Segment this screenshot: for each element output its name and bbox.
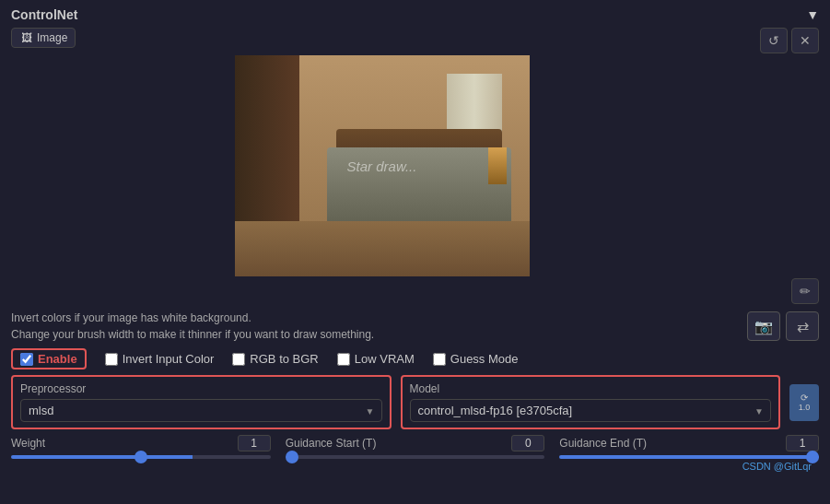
model-select[interactable]: control_mlsd-fp16 [e3705cfa] none [410,399,772,422]
image-canvas: Star draw... [235,55,530,276]
checkboxes-row: Enable Invert Input Color RGB to BGR Low… [11,348,819,369]
enable-checkbox[interactable] [20,353,33,366]
weight-header: Weight 1 [11,435,271,451]
guidance-end-slider-group: Guidance End (T) 1 [559,435,819,459]
image-tab-icon: 🖼 [21,31,32,44]
undo-button[interactable]: ↺ [760,28,788,53]
image-tab[interactable]: 🖼 Image [11,28,76,48]
enable-checkbox-wrapper[interactable]: Enable [11,348,87,369]
image-section: 🖼 Image Star draw... [11,28,819,276]
lamp-layer [488,147,507,184]
low-vram-item[interactable]: Low VRAM [337,352,415,366]
collapse-chevron-icon[interactable]: ▼ [806,7,819,22]
info-line1: Invert colors if your image has white ba… [11,310,374,326]
image-preview-wrapper: Star draw... [11,55,753,276]
model-group: Model control_mlsd-fp16 [e3705cfa] none [401,375,781,429]
low-vram-checkbox[interactable] [337,353,350,366]
rgb-to-bgr-label: RGB to BGR [250,352,318,366]
dropdowns-row: Preprocessor mlsd none canny depth Model… [11,375,819,429]
guidance-end-label: Guidance End (T) [559,437,647,450]
enable-label: Enable [38,352,77,366]
controlnet-title: ControlNet [11,7,77,22]
close-button[interactable]: ✕ [791,28,819,53]
invert-input-color-item[interactable]: Invert Input Color [105,352,215,366]
main-container: ControlNet ▼ 🖼 Image Sta [0,0,830,504]
camera-icon: 📷 [754,318,773,335]
swap-button[interactable]: ⇄ [786,311,819,341]
floor-layer [235,221,530,276]
invert-input-color-checkbox[interactable] [105,353,118,366]
reset-btn-wrapper: ⟳ 1.0 [789,375,819,429]
guidance-start-slider-group: Guidance Start (T) 0 [286,435,545,459]
edit-icon: ✏ [800,284,811,299]
image-tab-label: Image [37,31,67,44]
image-panel: 🖼 Image Star draw... [11,28,753,276]
model-dropdown-wrapper: control_mlsd-fp16 [e3705cfa] none [410,399,772,422]
info-text-block: Invert colors if your image has white ba… [11,310,374,343]
camera-button[interactable]: 📷 [747,311,780,341]
sliders-row: Weight 1 Guidance Start (T) 0 Guidance E… [11,435,819,459]
weight-value: 1 [238,435,271,451]
reset-icon: ⟳ [801,393,808,403]
preprocessor-label: Preprocessor [20,382,382,395]
reset-button[interactable]: ⟳ 1.0 [789,384,819,421]
close-icon: ✕ [800,33,811,48]
model-label: Model [410,382,772,395]
guidance-end-header: Guidance End (T) 1 [559,435,819,451]
info-line2: Change your brush width to make it thinn… [11,326,374,343]
guess-mode-checkbox[interactable] [433,353,446,366]
weight-slider-group: Weight 1 [11,435,271,459]
preprocessor-dropdown-wrapper: mlsd none canny depth [20,399,382,422]
undo-icon: ↺ [768,33,779,48]
csdn-watermark: CSDN @GitLqr [742,461,812,472]
reset-value: 1.0 [799,403,811,412]
wall-left-layer [235,55,299,240]
guidance-end-value: 1 [786,435,819,451]
guidance-start-label: Guidance Start (T) [286,437,377,450]
low-vram-label: Low VRAM [355,352,415,366]
header-row: ControlNet ▼ [11,7,819,22]
image-watermark: Star draw... [347,158,417,174]
guess-mode-label: Guess Mode [450,352,519,366]
invert-input-color-label: Invert Input Color [123,352,215,366]
rgb-to-bgr-checkbox[interactable] [232,353,245,366]
action-buttons-panel: ↺ ✕ [760,28,819,53]
rgb-to-bgr-item[interactable]: RGB to BGR [232,352,318,366]
guidance-start-value: 0 [511,435,544,451]
guidance-start-header: Guidance Start (T) 0 [286,435,545,451]
info-row: Invert colors if your image has white ba… [11,310,819,343]
preprocessor-select[interactable]: mlsd none canny depth [20,399,382,422]
preprocessor-group: Preprocessor mlsd none canny depth [11,375,392,429]
guess-mode-item[interactable]: Guess Mode [433,352,519,366]
weight-label: Weight [11,437,45,450]
camera-buttons-group: 📷 ⇄ [747,311,819,341]
bottom-section: Invert colors if your image has white ba… [11,310,819,459]
swap-icon: ⇄ [797,318,809,335]
footer: CSDN @GitLqr [11,459,819,472]
edit-button[interactable]: ✏ [791,278,819,304]
edit-btn-row: ✏ [11,278,819,304]
